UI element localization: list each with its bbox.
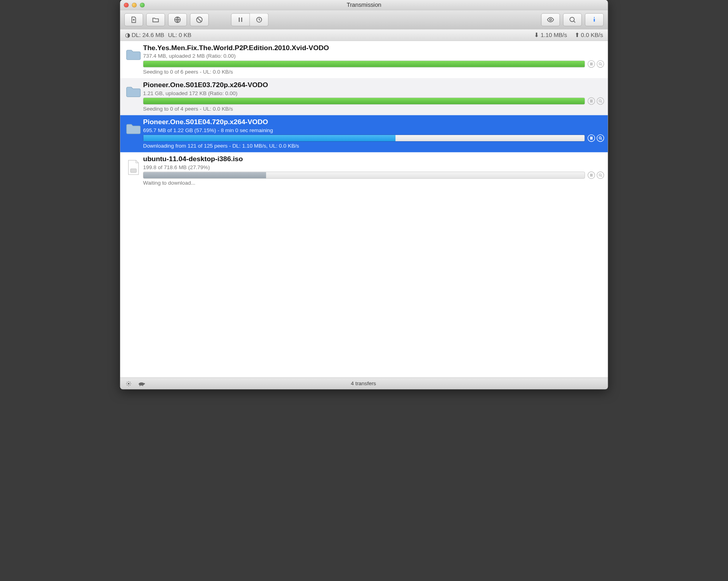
svg-point-18: [128, 383, 129, 384]
svg-rect-21: [140, 385, 141, 386]
zoom-window-button[interactable]: [140, 2, 145, 7]
transfer-summary: 4 transfers: [145, 380, 582, 386]
titlebar: Transmission: [120, 0, 608, 10]
resume-all-button[interactable]: [250, 13, 268, 26]
reveal-torrent-button[interactable]: [597, 97, 604, 105]
torrent-row[interactable]: ubuntu-11.04-desktop-i386.iso 199.8 of 7…: [120, 152, 608, 189]
torrent-subtitle: 737.4 MB, uploaded 2 MB (Ratio: 0.00): [143, 53, 604, 59]
progress-bar: [143, 97, 585, 104]
svg-point-10: [599, 100, 601, 102]
svg-rect-8: [590, 100, 591, 103]
disk-image-icon: [127, 160, 140, 175]
turtle-icon: [138, 381, 145, 386]
quicklook-button[interactable]: [541, 13, 560, 26]
torrent-title: Pioneer.One.S01E04.720p.x264-VODO: [143, 118, 604, 126]
pause-all-button[interactable]: [231, 13, 250, 26]
svg-point-3: [550, 19, 552, 21]
resume-icon: [255, 16, 263, 23]
ul-label: UL:: [168, 31, 177, 38]
pause-torrent-button[interactable]: [587, 135, 595, 142]
up-rate: 0.0 KB/s: [581, 31, 603, 38]
row-icon: [124, 155, 143, 175]
torrent-peers: Seeding to 0 of 6 peers - UL: 0.0 KB/s: [143, 69, 604, 75]
close-window-button[interactable]: [124, 2, 129, 7]
progress-bar: [143, 172, 585, 178]
globe-icon: [174, 16, 181, 23]
traffic-lights: [124, 2, 145, 7]
torrent-list[interactable]: The.Yes.Men.Fix.The.World.P2P.Edition.20…: [120, 41, 608, 378]
speed-limit-button[interactable]: [138, 380, 145, 387]
torrent-title: The.Yes.Men.Fix.The.World.P2P.Edition.20…: [143, 44, 604, 52]
svg-point-17: [599, 174, 601, 176]
svg-rect-16: [592, 174, 593, 177]
up-arrow-icon: ⬆: [575, 31, 579, 38]
up-rate-section: ⬆ 0.0 KB/s: [575, 31, 603, 38]
gear-icon: [126, 380, 132, 386]
svg-point-19: [139, 382, 144, 386]
reveal-torrent-button[interactable]: [597, 135, 604, 142]
inspector-button[interactable]: [585, 13, 604, 26]
row-icon: [124, 81, 143, 97]
svg-rect-6: [592, 62, 593, 65]
svg-rect-9: [592, 100, 593, 103]
dl-total: 24.6 MB: [142, 31, 164, 38]
pause-torrent-button[interactable]: [587, 60, 595, 68]
svg-rect-5: [590, 62, 591, 65]
search-icon: [569, 16, 576, 23]
row-icon: [124, 44, 143, 60]
svg-rect-15: [590, 174, 591, 177]
remove-torrent-button[interactable]: [190, 13, 209, 26]
bottombar: 4 transfers: [120, 378, 608, 389]
torrent-subtitle: 695.7 MB of 1.22 GB (57.15%) - 8 min 0 s…: [143, 127, 604, 133]
torrent-row[interactable]: The.Yes.Men.Fix.The.World.P2P.Edition.20…: [120, 41, 608, 78]
toolbar: [120, 10, 608, 29]
svg-rect-14: [131, 169, 137, 172]
down-rate-section: ⬇ 1.10 MB/s: [534, 31, 567, 38]
open-url-button[interactable]: [168, 13, 187, 26]
eye-icon: [547, 16, 554, 23]
torrent-peers: Seeding to 0 of 4 peers - UL: 0.0 KB/s: [143, 106, 604, 112]
torrent-row[interactable]: Pioneer.One.S01E03.720p.x264-VODO 1.21 G…: [120, 78, 608, 115]
window-title: Transmission: [120, 2, 608, 8]
reveal-torrent-button[interactable]: [597, 60, 604, 68]
pause-icon: [237, 16, 244, 23]
reveal-torrent-button[interactable]: [597, 172, 604, 179]
torrent-row[interactable]: Pioneer.One.S01E04.720p.x264-VODO 695.7 …: [120, 115, 608, 152]
folder-icon: [126, 86, 141, 97]
open-torrent-button[interactable]: [146, 13, 165, 26]
svg-point-4: [570, 17, 574, 21]
app-window: Transmission: [120, 0, 608, 389]
create-torrent-button[interactable]: [124, 13, 143, 26]
progress-bar: [143, 60, 585, 67]
progress-bar: [143, 135, 585, 141]
torrent-title: Pioneer.One.S01E03.720p.x264-VODO: [143, 81, 604, 89]
svg-point-7: [599, 62, 601, 64]
down-rate: 1.10 MB/s: [540, 31, 567, 38]
folder-icon: [152, 16, 159, 23]
pause-torrent-button[interactable]: [587, 97, 595, 105]
info-icon: [591, 16, 598, 23]
svg-point-20: [144, 383, 145, 384]
file-plus-icon: [130, 16, 137, 23]
no-entry-icon: [196, 16, 203, 23]
torrent-subtitle: 1.21 GB, uploaded 172 KB (Ratio: 0.00): [143, 90, 604, 96]
torrent-subtitle: 199.8 of 718.6 MB (27.79%): [143, 164, 604, 170]
svg-rect-22: [143, 385, 143, 386]
pause-torrent-button[interactable]: [587, 172, 595, 179]
folder-icon: [126, 123, 141, 134]
svg-rect-12: [592, 137, 593, 140]
torrent-peers: Waiting to download...: [143, 180, 604, 186]
minimize-window-button[interactable]: [132, 2, 137, 7]
statusbar: ◑ DL: 24.6 MB UL: 0 KB ⬇ 1.10 MB/s ⬆ 0.0…: [120, 29, 608, 41]
row-icon: [124, 118, 143, 135]
torrent-peers: Downloading from 121 of 125 peers - DL: …: [143, 143, 604, 149]
svg-point-13: [599, 137, 601, 139]
filter-button[interactable]: [563, 13, 582, 26]
dl-label: DL:: [131, 31, 141, 38]
down-arrow-icon: ⬇: [534, 31, 539, 38]
folder-icon: [126, 49, 141, 60]
ratio-icon: ◑: [125, 31, 130, 38]
svg-rect-11: [590, 137, 591, 140]
torrent-title: ubuntu-11.04-desktop-i386.iso: [143, 155, 604, 163]
action-menu-button[interactable]: [125, 380, 133, 387]
